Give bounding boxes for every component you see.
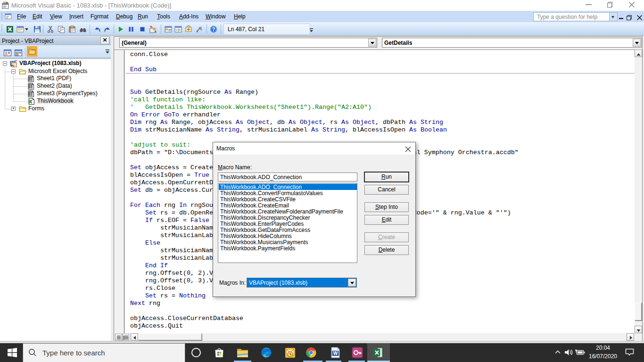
svg-text:20:04: 20:04 [596,345,610,351]
svg-text:?: ? [212,26,215,32]
svg-text:W: W [333,351,338,356]
svg-text:16/07/2020: 16/07/2020 [589,353,617,360]
